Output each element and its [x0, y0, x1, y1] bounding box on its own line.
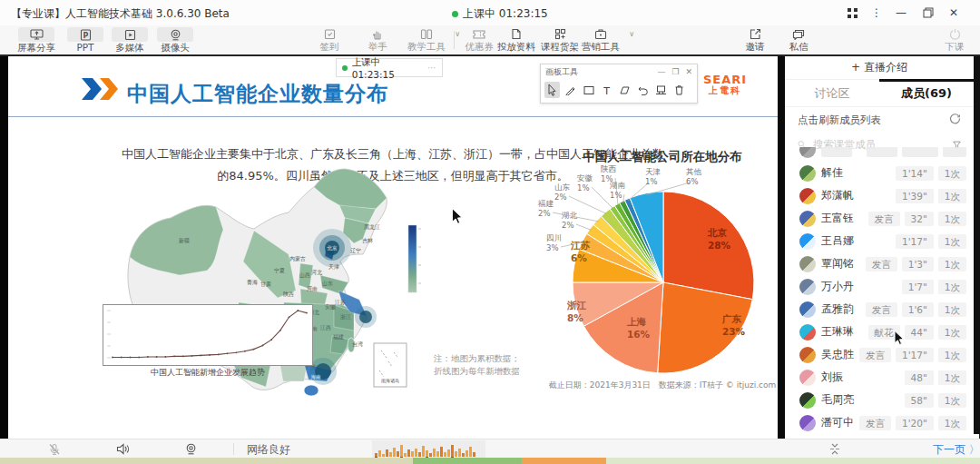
- toolbar-button-teach-tools[interactable]: ∨ 教学工具: [401, 25, 452, 54]
- select-tool-icon[interactable]: [544, 82, 560, 98]
- toolbar-button-ppt[interactable]: P PPT: [67, 25, 103, 54]
- pie-label-福建: 福建: [537, 199, 554, 208]
- undo-tool-icon[interactable]: [635, 82, 651, 98]
- pie-value-湖北: 2%: [562, 221, 574, 230]
- left-frame-strip: [0, 56, 8, 439]
- toolbar-button-camera[interactable]: 摄像头: [154, 25, 196, 54]
- more-icon[interactable]: ⋯: [427, 63, 436, 73]
- eraser-tool-icon[interactable]: [617, 82, 632, 98]
- pie-label-上海: 上海: [627, 316, 647, 327]
- minimize-button[interactable]: —: [891, 4, 911, 22]
- toolbar-button-materials[interactable]: 投放资料: [493, 25, 540, 54]
- board-tool-icon[interactable]: [653, 82, 669, 98]
- map-label-陕西: 陕西: [283, 291, 294, 298]
- refresh-icon[interactable]: [949, 113, 961, 127]
- map-label-山西: 山西: [299, 271, 310, 279]
- toolbar-divider: [454, 31, 455, 49]
- webcam-toggle-icon[interactable]: [181, 441, 200, 457]
- toolbar-button-invite[interactable]: 邀请: [737, 25, 773, 54]
- member-action-badge: 发言: [868, 212, 900, 226]
- map-label-黑龙江: 黑龙江: [364, 223, 380, 230]
- pie-value-其他: 6%: [686, 177, 699, 186]
- pie-value-湖南: 1%: [610, 191, 622, 200]
- avatar: [799, 188, 816, 204]
- map-label-吉林: 吉林: [362, 237, 374, 244]
- pie-value-上海: 16%: [627, 329, 651, 340]
- close-button[interactable]: ✕: [944, 4, 964, 22]
- member-count-badge: 1次: [938, 234, 966, 249]
- speaker-icon[interactable]: [113, 441, 132, 457]
- avatar: [799, 347, 816, 363]
- end-class-power-icon: [936, 27, 973, 41]
- member-count-badge: 1次: [938, 325, 966, 340]
- trash-tool-icon[interactable]: [671, 82, 687, 98]
- pie-value-安徽: 1%: [577, 183, 590, 193]
- toolbar-button-marketing[interactable]: ∨ 营销工具: [575, 25, 626, 54]
- member-row[interactable]: 刘振48"1次: [785, 366, 974, 389]
- member-row[interactable]: 潘可中发言1'20"1次: [785, 411, 974, 434]
- mouse-cursor-secondary: [894, 331, 905, 345]
- avatar: [799, 256, 816, 272]
- bubble-shanghai: [355, 306, 377, 328]
- member-row[interactable]: 万小丹1'7"1次: [785, 275, 974, 298]
- trend-chart-box: [103, 304, 313, 366]
- hainan-island: [304, 385, 318, 396]
- map-label-安徽: 安徽: [325, 303, 336, 311]
- kebab-menu-icon[interactable]: ⋮: [867, 4, 887, 22]
- refresh-members-row[interactable]: 点击刷新成员列表: [785, 107, 974, 133]
- panel-restore-icon[interactable]: ❐: [671, 67, 679, 76]
- member-action-badge: 发言: [866, 257, 897, 271]
- member-duration-badge: 1'14": [896, 166, 934, 181]
- pie-label-湖北: 湖北: [561, 211, 578, 220]
- member-row[interactable]: 王吕娜1'17"1次: [785, 230, 974, 252]
- member-row[interactable]: 吴忠胜发言1'17"1次: [785, 343, 974, 366]
- apps-grid-icon[interactable]: [842, 4, 862, 22]
- restore-button[interactable]: [918, 4, 938, 22]
- next-page-link[interactable]: 下一页 〉: [933, 442, 980, 458]
- member-list: 解佳1'14"1次郑潇帆1'39"1次王富钰发言32"1次王吕娜1'17"1次覃…: [785, 147, 974, 434]
- south-sea-label: 南海诸岛: [381, 378, 399, 384]
- member-row-partial[interactable]: [785, 147, 974, 162]
- text-tool-icon[interactable]: T: [599, 82, 614, 98]
- member-duration-badge: 1'39": [896, 189, 934, 203]
- member-row[interactable]: 毛周亮58"1次: [785, 389, 974, 411]
- chat-bubbles-icon: [780, 27, 817, 41]
- whiteboard[interactable]: 中国人工智能企业数量分布 上课中 01:23:15 ⋯ 画板工具 — ❐ ✕ T: [8, 56, 778, 439]
- member-row[interactable]: 孟雅韵发言1'6"1次: [785, 298, 974, 321]
- member-name: 吴忠胜: [821, 347, 854, 362]
- member-row[interactable]: 覃闻铭发言1'3"1次: [785, 252, 974, 275]
- member-row[interactable]: 王琳琳献花44"1次: [785, 321, 974, 343]
- member-row[interactable]: 郑潇帆1'39"1次: [785, 184, 974, 207]
- rectangle-tool-icon[interactable]: [581, 82, 596, 98]
- map-label-河南: 河南: [307, 285, 318, 291]
- toolbar-button-media[interactable]: 多媒体: [109, 25, 151, 54]
- pie-label-湖南: 湖南: [609, 181, 626, 190]
- collapse-layout-icon[interactable]: [826, 441, 844, 457]
- tab-members[interactable]: 成员(69): [879, 80, 974, 106]
- live-intro-header[interactable]: + 直播介绍: [785, 56, 974, 80]
- member-duration-badge: 44": [905, 325, 934, 340]
- tab-discussion[interactable]: 讨论区: [785, 80, 879, 106]
- bottom-bar: 网络良好 下一页 〉: [0, 439, 980, 458]
- member-row[interactable]: 解佳1'14"1次: [785, 162, 974, 184]
- member-row[interactable]: 王富钰发言32"1次: [785, 207, 974, 230]
- seari-logo: SEARI 上電科: [703, 74, 747, 96]
- toolbar-button-checkin[interactable]: 签到: [311, 25, 348, 54]
- microphone-muted-icon[interactable]: [45, 441, 64, 457]
- panel-close-icon[interactable]: ✕: [685, 67, 692, 76]
- slide-title: 中国人工智能企业数量分布: [127, 80, 388, 108]
- panel-minimize-icon[interactable]: —: [657, 67, 665, 76]
- pen-tool-icon[interactable]: [563, 82, 578, 98]
- pie-value-江苏: 6%: [571, 252, 587, 263]
- map-label-江西: 江西: [320, 324, 331, 331]
- member-name: 王富钰: [821, 211, 854, 226]
- right-frame-strip[interactable]: [974, 56, 980, 434]
- network-status: 网络良好: [247, 442, 290, 458]
- map-label-内蒙古: 内蒙古: [289, 255, 306, 262]
- toolbar-button-dm[interactable]: 私信: [780, 25, 817, 54]
- member-action-badge: 发言: [866, 302, 897, 317]
- toolbar-button-screen-share[interactable]: 屏幕分享: [13, 25, 60, 54]
- toolbar-button-raise-hand[interactable]: 举手: [359, 25, 396, 54]
- toolbar-button-end-class[interactable]: 下课: [936, 25, 973, 54]
- avatar: [799, 233, 816, 250]
